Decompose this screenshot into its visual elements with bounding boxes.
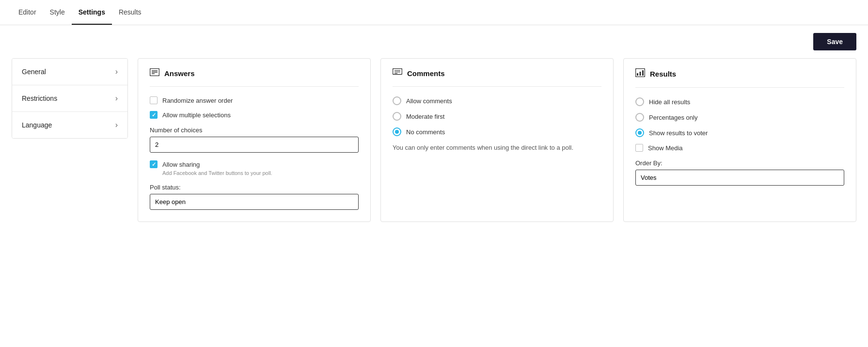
tab-settings[interactable]: Settings: [72, 0, 112, 25]
randomize-label: Randomize answer order: [162, 97, 233, 104]
show-media-row: Show Media: [635, 144, 844, 152]
allow-comments-radio[interactable]: [393, 96, 401, 105]
top-nav: Editor Style Settings Results: [0, 0, 868, 25]
allow-comments-label: Allow comments: [406, 97, 452, 105]
answers-icon: [150, 68, 159, 79]
comments-card-title: Comments: [407, 69, 445, 78]
results-card-title: Results: [650, 70, 676, 78]
show-media-label: Show Media: [648, 144, 683, 152]
show-results-voter-row: Show results to voter: [635, 128, 844, 137]
svg-rect-10: [640, 72, 641, 76]
sidebar-item-general-label: General: [22, 68, 46, 76]
cards-row: Answers Randomize answer order Allow mul…: [138, 58, 856, 222]
percentages-only-label: Percentages only: [649, 114, 697, 121]
chevron-right-icon: ›: [115, 121, 118, 129]
comments-info-text: You can only enter comments when using t…: [393, 143, 601, 153]
answers-card: Answers Randomize answer order Allow mul…: [138, 58, 371, 222]
results-card-header: Results: [635, 68, 844, 88]
order-by-label: Order By:: [635, 159, 844, 167]
chevron-right-icon: ›: [115, 94, 118, 103]
multiple-label: Allow multiple selections: [162, 111, 231, 119]
sharing-row: Allow sharing: [150, 160, 359, 168]
toolbar: Save: [0, 25, 868, 58]
sidebar: General › Restrictions › Language ›: [12, 58, 128, 139]
multiple-checkbox[interactable]: [150, 111, 158, 119]
show-results-voter-label: Show results to voter: [649, 129, 708, 137]
poll-status-select-wrapper: Keep open Closed: [150, 194, 359, 210]
choices-select[interactable]: 2 3 4 5: [150, 137, 359, 153]
allow-comments-row: Allow comments: [393, 96, 601, 105]
hide-results-label: Hide all results: [649, 98, 690, 106]
no-comments-row: No comments: [393, 127, 601, 136]
hide-results-row: Hide all results: [635, 97, 844, 106]
answers-card-header: Answers: [150, 68, 359, 87]
chevron-right-icon: ›: [115, 67, 118, 76]
results-card: Results Hide all results Percentages onl…: [623, 58, 856, 222]
percentages-only-radio[interactable]: [635, 113, 644, 122]
sidebar-item-general[interactable]: General ›: [12, 59, 127, 85]
tab-style[interactable]: Style: [43, 0, 72, 25]
svg-rect-11: [642, 70, 644, 76]
percentages-only-row: Percentages only: [635, 113, 844, 122]
sidebar-item-language[interactable]: Language ›: [12, 112, 127, 138]
randomize-checkbox[interactable]: [150, 96, 158, 104]
show-media-checkbox[interactable]: [635, 144, 643, 152]
save-button[interactable]: Save: [813, 33, 856, 50]
no-comments-radio[interactable]: [393, 127, 401, 136]
comments-icon: [393, 68, 402, 79]
choices-section: Number of choices 2 3 4 5: [150, 126, 359, 153]
choices-select-wrapper: 2 3 4 5: [150, 137, 359, 153]
poll-status-section: Poll status: Keep open Closed: [150, 184, 359, 210]
moderate-first-label: Moderate first: [406, 113, 444, 120]
show-results-voter-radio[interactable]: [635, 128, 644, 137]
answers-card-title: Answers: [164, 69, 195, 78]
comments-card-header: Comments: [393, 68, 601, 87]
results-icon: [635, 68, 645, 79]
sidebar-item-language-label: Language: [22, 121, 52, 129]
poll-status-label: Poll status:: [150, 184, 359, 191]
svg-rect-9: [637, 73, 638, 76]
comments-card: Comments Allow comments Moderate first N…: [380, 58, 614, 222]
sharing-checkbox[interactable]: [150, 160, 158, 168]
main-content: General › Restrictions › Language ›: [0, 58, 868, 234]
tab-results[interactable]: Results: [112, 0, 148, 25]
no-comments-label: No comments: [406, 128, 445, 136]
multiple-row: Allow multiple selections: [150, 111, 359, 119]
order-by-select-wrapper: Votes Alphabetical Original: [635, 170, 844, 186]
hide-results-radio[interactable]: [635, 97, 644, 106]
sharing-sublabel: Add Facebook and Twitter buttons to your…: [162, 170, 359, 176]
sharing-label: Allow sharing: [162, 161, 200, 168]
moderate-first-radio[interactable]: [393, 112, 401, 121]
sidebar-item-restrictions[interactable]: Restrictions ›: [12, 85, 127, 112]
poll-status-select[interactable]: Keep open Closed: [150, 194, 359, 210]
tab-editor[interactable]: Editor: [12, 0, 43, 25]
order-by-section: Order By: Votes Alphabetical Original: [635, 159, 844, 186]
order-by-select[interactable]: Votes Alphabetical Original: [635, 170, 844, 186]
choices-label: Number of choices: [150, 126, 359, 134]
randomize-row: Randomize answer order: [150, 96, 359, 104]
moderate-first-row: Moderate first: [393, 112, 601, 121]
sidebar-item-restrictions-label: Restrictions: [22, 95, 57, 102]
